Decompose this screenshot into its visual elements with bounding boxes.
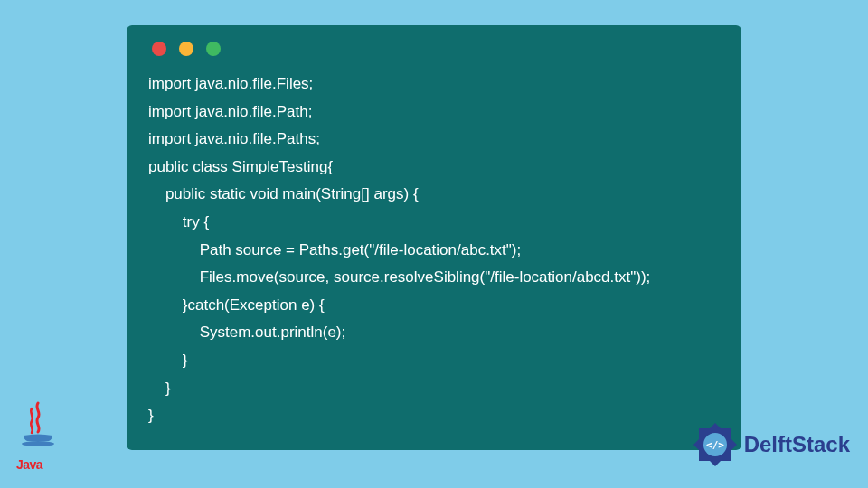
svg-point-0 [22, 441, 54, 446]
java-logo-label: Java [16, 457, 60, 472]
delftstack-logo: </> DelftStack [692, 421, 850, 468]
close-icon [152, 42, 166, 56]
delftstack-logo-label: DelftStack [744, 432, 850, 457]
code-block: import java.nio.file.Files; import java.… [148, 70, 720, 430]
svg-text:</>: </> [706, 439, 724, 451]
java-logo: Java [16, 401, 60, 472]
delftstack-badge-icon: </> [692, 421, 739, 468]
minimize-icon [179, 42, 193, 56]
java-cup-icon [16, 401, 60, 457]
maximize-icon [206, 42, 221, 56]
traffic-lights [148, 42, 720, 56]
code-window: import java.nio.file.Files; import java.… [127, 25, 741, 450]
